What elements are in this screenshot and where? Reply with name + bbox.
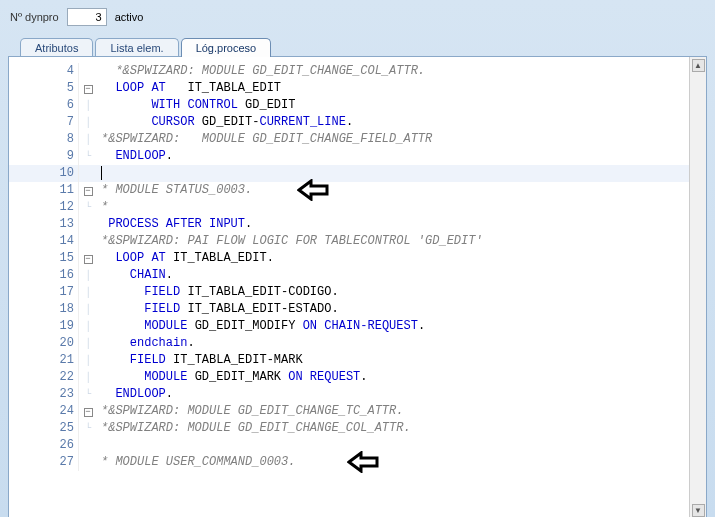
code-line[interactable]: 26 (9, 437, 689, 454)
fold-marker: │ (79, 284, 97, 301)
vertical-scrollbar[interactable]: ▲ ▼ (689, 57, 706, 517)
fold-marker: │ (79, 335, 97, 352)
code-text: MODULE GD_EDIT_MARK ON REQUEST. (97, 369, 689, 386)
code-line[interactable]: 22│ MODULE GD_EDIT_MARK ON REQUEST. (9, 369, 689, 386)
code-line[interactable]: 9└ ENDLOOP. (9, 148, 689, 165)
line-number: 12 (9, 199, 79, 216)
line-number: 27 (9, 454, 79, 471)
code-text: CHAIN. (97, 267, 689, 284)
code-line[interactable]: 13 PROCESS AFTER INPUT. (9, 216, 689, 233)
code-line[interactable]: 20│ endchain. (9, 335, 689, 352)
line-number: 15 (9, 250, 79, 267)
tab-1[interactable]: Lista elem. (95, 38, 178, 57)
code-line[interactable]: 7│ CURSOR GD_EDIT-CURRENT_LINE. (9, 114, 689, 131)
dynpro-input[interactable] (67, 8, 107, 26)
fold-marker: │ (79, 352, 97, 369)
code-text: FIELD IT_TABLA_EDIT-MARK (97, 352, 689, 369)
code-line[interactable]: 19│ MODULE GD_EDIT_MODIFY ON CHAIN-REQUE… (9, 318, 689, 335)
code-line[interactable]: 11−* MODULE STATUS_0003. (9, 182, 689, 199)
code-line[interactable]: 6│ WITH CONTROL GD_EDIT (9, 97, 689, 114)
code-line[interactable]: 16│ CHAIN. (9, 267, 689, 284)
code-text (97, 165, 689, 182)
code-editor[interactable]: 4 *&SPWIZARD: MODULE GD_EDIT_CHANGE_COL_… (9, 57, 689, 517)
tab-0[interactable]: Atributos (20, 38, 93, 57)
fold-marker: └ (79, 148, 97, 165)
fold-marker[interactable]: − (79, 250, 97, 267)
fold-marker[interactable]: − (79, 403, 97, 420)
fold-marker: │ (79, 369, 97, 386)
scroll-up-button[interactable]: ▲ (692, 59, 705, 72)
line-number: 13 (9, 216, 79, 233)
fold-marker: │ (79, 131, 97, 148)
tab-strip: AtributosLista elem.Lóg.proceso (0, 34, 715, 56)
code-line[interactable]: 12└* (9, 199, 689, 216)
fold-marker: │ (79, 318, 97, 335)
line-number: 24 (9, 403, 79, 420)
code-line[interactable]: 24−*&SPWIZARD: MODULE GD_EDIT_CHANGE_TC_… (9, 403, 689, 420)
code-line[interactable]: 17│ FIELD IT_TABLA_EDIT-CODIGO. (9, 284, 689, 301)
code-line[interactable]: 23└ ENDLOOP. (9, 386, 689, 403)
line-number: 26 (9, 437, 79, 454)
fold-marker: │ (79, 301, 97, 318)
line-number: 7 (9, 114, 79, 131)
line-number: 5 (9, 80, 79, 97)
code-text: ENDLOOP. (97, 386, 689, 403)
code-text: *&SPWIZARD: MODULE GD_EDIT_CHANGE_COL_AT… (97, 420, 689, 437)
line-number: 16 (9, 267, 79, 284)
code-text: LOOP AT IT_TABLA_EDIT. (97, 250, 689, 267)
code-text: LOOP AT IT_TABLA_EDIT (97, 80, 689, 97)
code-text: FIELD IT_TABLA_EDIT-ESTADO. (97, 301, 689, 318)
line-number: 4 (9, 63, 79, 80)
code-text: CURSOR GD_EDIT-CURRENT_LINE. (97, 114, 689, 131)
code-line[interactable]: 5− LOOP AT IT_TABLA_EDIT (9, 80, 689, 97)
code-text: *&SPWIZARD: MODULE GD_EDIT_CHANGE_FIELD_… (97, 131, 689, 148)
header-bar: Nº dynpro activo (0, 0, 715, 34)
line-number: 17 (9, 284, 79, 301)
code-line[interactable]: 25└*&SPWIZARD: MODULE GD_EDIT_CHANGE_COL… (9, 420, 689, 437)
fold-marker: └ (79, 420, 97, 437)
code-line[interactable]: 18│ FIELD IT_TABLA_EDIT-ESTADO. (9, 301, 689, 318)
code-text: MODULE GD_EDIT_MODIFY ON CHAIN-REQUEST. (97, 318, 689, 335)
fold-marker[interactable]: − (79, 182, 97, 199)
line-number: 10 (9, 165, 79, 182)
line-number: 22 (9, 369, 79, 386)
code-text: * (97, 199, 689, 216)
line-number: 9 (9, 148, 79, 165)
line-number: 6 (9, 97, 79, 114)
line-number: 20 (9, 335, 79, 352)
scroll-down-button[interactable]: ▼ (692, 504, 705, 517)
code-line[interactable]: 14*&SPWIZARD: PAI FLOW LOGIC FOR TABLECO… (9, 233, 689, 250)
code-line[interactable]: 15− LOOP AT IT_TABLA_EDIT. (9, 250, 689, 267)
code-text: * MODULE STATUS_0003. (97, 182, 689, 199)
code-line[interactable]: 10 (9, 165, 689, 182)
fold-marker: └ (79, 386, 97, 403)
line-number: 8 (9, 131, 79, 148)
line-number: 25 (9, 420, 79, 437)
fold-marker: │ (79, 97, 97, 114)
code-text: *&SPWIZARD: PAI FLOW LOGIC FOR TABLECONT… (97, 233, 689, 250)
code-text: * MODULE USER_COMMAND_0003. (97, 454, 689, 471)
code-line[interactable]: 21│ FIELD IT_TABLA_EDIT-MARK (9, 352, 689, 369)
editor-container: 4 *&SPWIZARD: MODULE GD_EDIT_CHANGE_COL_… (8, 56, 707, 517)
code-text: endchain. (97, 335, 689, 352)
fold-marker: └ (79, 199, 97, 216)
code-line[interactable]: 27* MODULE USER_COMMAND_0003. (9, 454, 689, 471)
fold-marker: │ (79, 114, 97, 131)
line-number: 23 (9, 386, 79, 403)
tab-2[interactable]: Lóg.proceso (181, 38, 272, 57)
fold-marker: │ (79, 267, 97, 284)
code-text: FIELD IT_TABLA_EDIT-CODIGO. (97, 284, 689, 301)
activo-label: activo (115, 11, 144, 23)
line-number: 14 (9, 233, 79, 250)
line-number: 11 (9, 182, 79, 199)
code-line[interactable]: 8│*&SPWIZARD: MODULE GD_EDIT_CHANGE_FIEL… (9, 131, 689, 148)
code-text: *&SPWIZARD: MODULE GD_EDIT_CHANGE_COL_AT… (97, 63, 689, 80)
code-line[interactable]: 4 *&SPWIZARD: MODULE GD_EDIT_CHANGE_COL_… (9, 63, 689, 80)
code-text: ENDLOOP. (97, 148, 689, 165)
code-text: WITH CONTROL GD_EDIT (97, 97, 689, 114)
code-text: PROCESS AFTER INPUT. (97, 216, 689, 233)
fold-marker[interactable]: − (79, 80, 97, 97)
line-number: 19 (9, 318, 79, 335)
dynpro-label: Nº dynpro (10, 11, 59, 23)
line-number: 18 (9, 301, 79, 318)
